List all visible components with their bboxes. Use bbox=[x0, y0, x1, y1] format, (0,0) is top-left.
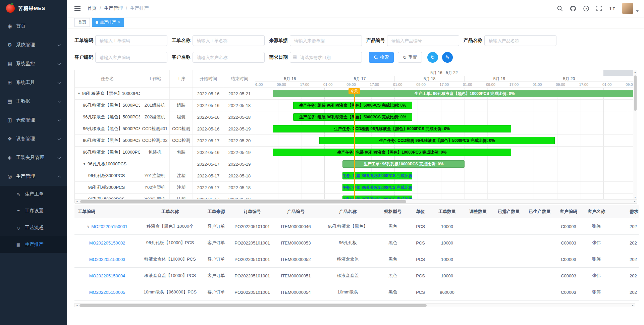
order-code-link[interactable]: MO202205150002 bbox=[89, 240, 125, 246]
gantt-bar-row: 生产任务: 注塑 96孔孔板3000PCS 完成比例: 0% bbox=[255, 194, 633, 199]
sidebar-item-process-settings[interactable]: ≡工序设置 bbox=[0, 203, 67, 219]
tab-close-icon[interactable]: × bbox=[118, 20, 120, 24]
gantt-bar-row: 生产任务: CCD检测 96孔移液盒【黑色】5000PCS 完成比例: 0% bbox=[255, 135, 633, 147]
tab-home[interactable]: 首页 bbox=[74, 18, 90, 27]
page-content: 工单编码工单名称来源单据产品编号产品名称 客户编码客户名称需求日期▦ 搜索 ↻ … bbox=[67, 28, 644, 307]
sidebar-menu: ◉首页⚙系统管理▦系统监控⊞系统工具▤主数据◫仓储管理❖设备管理◈工装夹具管理◎… bbox=[0, 17, 67, 253]
timeline-hour-label: 09:00 bbox=[416, 82, 426, 88]
gantt-bar-task[interactable]: 生产任务: 注塑 96孔孔板3000PCS 完成比例: 0% bbox=[342, 172, 412, 179]
chevron-icon bbox=[58, 156, 61, 159]
order-code-link[interactable]: MO202205150004 bbox=[89, 273, 125, 278]
gantt-task-row: 96孔移液盒【黑色】10000PCS包装机包装2022-05-162022-05… bbox=[75, 147, 255, 158]
gantt-column-header: 工序 bbox=[170, 70, 193, 88]
orders-scroll-right-icon[interactable]: ► bbox=[632, 304, 634, 307]
orders-column-header: 产品名称 bbox=[319, 209, 376, 215]
scroll-left-icon[interactable]: ◄ bbox=[76, 200, 78, 203]
order-row: MO202205150003移液盒盒体【10000】PCS客户订单PO20220… bbox=[74, 251, 639, 268]
github-icon[interactable] bbox=[570, 6, 577, 11]
gantt-bar-task[interactable]: 生产任务: 注塑 96孔孔板3000PCS 完成比例: 0% bbox=[342, 184, 412, 191]
source-doc-input[interactable] bbox=[290, 35, 362, 46]
collapse-arrow-icon[interactable]: ▼ bbox=[83, 162, 86, 166]
monitor-icon: ▦ bbox=[7, 61, 13, 67]
filter-field-customer-code: 客户编码 bbox=[74, 52, 167, 63]
order-code-link[interactable]: MO202205150003 bbox=[89, 257, 125, 262]
edit-button[interactable]: ✎ bbox=[442, 52, 453, 63]
sidebar-item-process-flow[interactable]: ◇工艺流程 bbox=[0, 219, 67, 236]
tab-production-scheduling[interactable]: 生产排产× bbox=[92, 18, 124, 27]
vertical-scroll-thumb[interactable] bbox=[634, 75, 637, 111]
sidebar-item-fixture-management[interactable]: ◈工装夹具管理 bbox=[0, 148, 67, 167]
sidebar-item-production-scheduling[interactable]: ▦生产排产 bbox=[0, 236, 67, 253]
sidebar-item-production-workorder[interactable]: ✎生产工单 bbox=[0, 186, 67, 203]
scroll-right-icon[interactable]: ► bbox=[634, 200, 636, 203]
gantt-bar-row: 生产任务: 组装 96孔移液盒【黑色】5000PCS 完成比例: 0% bbox=[255, 111, 633, 123]
order-row: MO20220515000510mm吸头【960000】PCS客户订单PO202… bbox=[74, 284, 639, 301]
avatar[interactable] bbox=[622, 3, 633, 14]
timeline-hour-label: 01:00 bbox=[393, 82, 402, 88]
refresh-button[interactable]: ↻ bbox=[427, 52, 438, 63]
warehouse-icon: ◫ bbox=[7, 117, 13, 123]
workorder-name-input[interactable] bbox=[193, 35, 265, 46]
expand-caret-icon[interactable]: ∨ bbox=[87, 224, 90, 229]
sidebar-item-warehouse-management[interactable]: ◫仓储管理 bbox=[0, 111, 67, 129]
gantt-bar-row: 生产工单: 96孔移液盒【黑色】10000PCS 完成比例: 0% bbox=[255, 88, 633, 100]
orders-column-header: 单位 bbox=[409, 209, 432, 215]
sidebar-item-system-tools[interactable]: ⊞系统工具 bbox=[0, 73, 67, 92]
collapse-arrow-icon[interactable]: ▼ bbox=[77, 92, 80, 95]
breadcrumb-item[interactable]: 首页 bbox=[87, 5, 97, 11]
filter-field-product-name: 产品名称 bbox=[464, 35, 556, 46]
refresh-icon: ↻ bbox=[431, 54, 435, 60]
dashboard-icon: ◉ bbox=[7, 23, 13, 29]
breadcrumb-separator: / bbox=[126, 6, 127, 11]
gantt-day-row: 5月 165月 175月 185月 195月 205月 21 bbox=[255, 76, 633, 82]
avatar-caret-icon[interactable] bbox=[636, 10, 639, 12]
search-button[interactable]: 搜索 bbox=[369, 52, 394, 63]
order-code-link[interactable]: MO202205150005 bbox=[89, 290, 125, 295]
svg-text:T: T bbox=[613, 7, 615, 11]
customer-code-input[interactable] bbox=[95, 52, 167, 63]
gantt-bar-project[interactable]: 生产工单: 96孔孔板10000PCS 完成比例: 0% bbox=[342, 160, 465, 168]
scroll-up-icon[interactable]: ▲ bbox=[633, 71, 637, 73]
sidebar-toggle-icon[interactable] bbox=[72, 4, 83, 12]
gantt-bar-task[interactable]: 生产任务: 组装 96孔移液盒【黑色】5000PCS 完成比例: 0% bbox=[293, 113, 412, 121]
font-size-icon[interactable]: TT bbox=[608, 6, 616, 11]
gantt-task-row: ▼96孔孔板10000PCS2022-05-172022-05-19 bbox=[75, 158, 255, 170]
orders-horizontal-scrollbar[interactable]: ◄ ► bbox=[74, 303, 635, 307]
order-row: MO202205150004移液盒盒盖【10000】PCS客户订单PO20220… bbox=[74, 268, 639, 284]
fullscreen-icon[interactable] bbox=[596, 6, 602, 11]
sidebar-item-production-management[interactable]: ◎生产管理 bbox=[0, 167, 67, 186]
sidebar-item-master-data[interactable]: ▤主数据 bbox=[0, 92, 67, 111]
sidebar-item-equipment-management[interactable]: ❖设备管理 bbox=[0, 129, 67, 148]
gantt-bar-task[interactable]: 生产任务: CCD检测 96孔移液盒【黑色】5000PCS 完成比例: 0% bbox=[273, 125, 511, 132]
product-code-input[interactable] bbox=[387, 35, 459, 46]
orders-scroll-left-icon[interactable]: ◄ bbox=[76, 304, 78, 307]
search-icon[interactable] bbox=[556, 6, 564, 11]
breadcrumb-item[interactable]: 生产管理 bbox=[104, 5, 123, 11]
gantt-bar-row: 生产任务: CCD检测 96孔移液盒【黑色】5000PCS 完成比例: 0% bbox=[255, 123, 633, 135]
gantt-column-header: 结束时间 bbox=[224, 70, 255, 88]
reset-button-label: 重置 bbox=[408, 54, 417, 60]
gantt-task-row: 96孔移液盒【黑色】5000PCSCCD检测#01CCD检测2022-05-16… bbox=[75, 123, 255, 135]
scroll-down-icon[interactable]: ▼ bbox=[633, 196, 637, 199]
reset-button[interactable]: ↻ 重置 bbox=[398, 52, 422, 63]
filter-field-workorder-name: 工单名称 bbox=[172, 35, 265, 46]
orders-column-header: 订单编号 bbox=[232, 209, 272, 215]
gantt-vertical-scrollbar[interactable]: ▲ ▼ bbox=[633, 70, 637, 199]
horizontal-scroll-thumb[interactable] bbox=[80, 200, 406, 203]
help-icon[interactable]: ? bbox=[583, 6, 590, 11]
sidebar-item-home[interactable]: ◉首页 bbox=[0, 17, 67, 36]
gantt-bar-task[interactable]: 生产任务: 注塑 96孔孔板3000PCS 完成比例: 0% bbox=[342, 196, 412, 199]
order-code-link[interactable]: MO202205150001 bbox=[91, 224, 127, 229]
orders-scroll-thumb[interactable] bbox=[79, 304, 427, 307]
gantt-horizontal-scrollbar[interactable]: ◄ ► bbox=[75, 199, 637, 203]
gantt-bar-task[interactable]: 生产任务: 组装 96孔移液盒【黑色】5000PCS 完成比例: 0% bbox=[293, 102, 412, 109]
gantt-bar-task[interactable]: 生产任务: 包装 96孔移液盒【黑色】10000PCS 完成比例: 0% bbox=[273, 149, 511, 156]
customer-name-input[interactable] bbox=[193, 52, 265, 63]
demand-date-input[interactable] bbox=[290, 52, 362, 63]
product-name-input[interactable] bbox=[484, 35, 556, 46]
gantt-bar-project[interactable]: 生产工单: 96孔移液盒【黑色】10000PCS 完成比例: 0% bbox=[273, 90, 633, 97]
sidebar-item-system-monitor[interactable]: ▦系统监控 bbox=[0, 54, 67, 73]
sidebar-item-system-management[interactable]: ⚙系统管理 bbox=[0, 36, 67, 54]
workorder-code-input[interactable] bbox=[95, 35, 167, 46]
gantt-left-body: ▼96孔移液盒【黑色】10000PCS2022-05-162022-05-219… bbox=[75, 88, 255, 199]
